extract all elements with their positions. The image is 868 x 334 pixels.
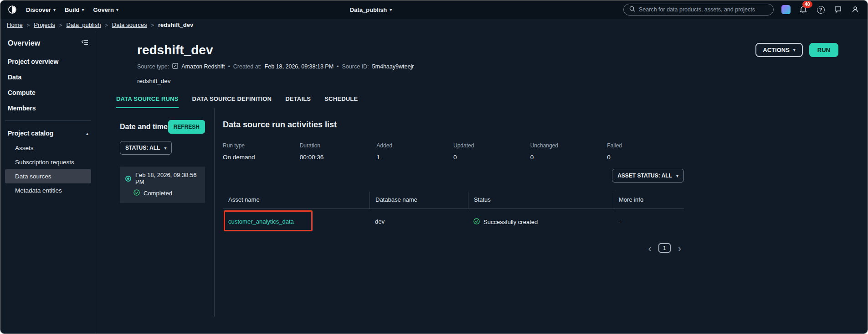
- run-button[interactable]: RUN: [809, 43, 838, 57]
- source-type-value: Amazon Redshift: [181, 63, 225, 70]
- stat-run-type: Run type On demand: [223, 142, 300, 161]
- previous-page-icon[interactable]: ‹: [648, 244, 651, 253]
- nav-menu-govern[interactable]: Govern ▾: [93, 6, 118, 13]
- sidebar-item-project-overview[interactable]: Project overview: [5, 54, 91, 69]
- tab-bar: DATA SOURCE RUNS DATA SOURCE DEFINITION …: [116, 95, 868, 108]
- nav-menu-build[interactable]: Build ▾: [65, 6, 84, 13]
- app-window: Discover ▾ Build ▾ Govern ▾ Data_publish…: [0, 0, 868, 334]
- asset-name-link[interactable]: customer_analytics_data: [228, 218, 294, 225]
- topnav-right-controls: 40 ?: [623, 4, 860, 16]
- asset-status-filter-dropdown[interactable]: ASSET STATUS: ALL ▾: [612, 169, 684, 183]
- column-header-status[interactable]: Status: [468, 192, 613, 209]
- breadcrumb-data-publish[interactable]: Data_publish: [67, 21, 101, 28]
- sidebar-divider: [5, 120, 91, 121]
- breadcrumb-separator: >: [59, 22, 62, 28]
- sidebar-section-project-catalog[interactable]: Project catalog ▴: [5, 125, 91, 141]
- breadcrumb-current: redshift_dev: [158, 21, 193, 28]
- tab-data-source-definition[interactable]: DATA SOURCE DEFINITION: [192, 95, 272, 108]
- caret-down-icon: ▾: [164, 146, 166, 151]
- stat-unchanged: Unchanged 0: [530, 142, 607, 161]
- status-filter-dropdown[interactable]: STATUS: ALL ▾: [120, 141, 172, 155]
- breadcrumb-separator: >: [105, 22, 108, 28]
- breadcrumb: Home > Projects > Data_publish > Data so…: [0, 19, 868, 31]
- column-header-more-info[interactable]: More info: [613, 192, 684, 209]
- nav-menu-discover[interactable]: Discover ▾: [26, 6, 56, 13]
- source-id-value: 5m4haay9wteejr: [372, 63, 414, 70]
- app-logo-icon[interactable]: [8, 5, 17, 14]
- redshift-icon: [172, 63, 178, 70]
- run-status-text: Completed: [144, 190, 172, 197]
- user-profile-icon[interactable]: [850, 5, 860, 15]
- sidebar-item-data[interactable]: Data: [5, 69, 91, 85]
- breadcrumb-projects[interactable]: Projects: [34, 21, 55, 28]
- sidebar-item-members[interactable]: Members: [5, 100, 91, 116]
- refresh-button[interactable]: REFRESH: [168, 120, 205, 134]
- page-number[interactable]: 1: [658, 243, 671, 253]
- activities-title: Data source run activities list: [223, 120, 684, 130]
- stat-updated: Updated 0: [453, 142, 530, 161]
- success-check-icon: [473, 218, 480, 226]
- actions-button[interactable]: ACTIONS ▾: [755, 43, 803, 57]
- runs-panel: Date and time REFRESH STATUS: ALL ▾ Feb …: [96, 108, 215, 317]
- breadcrumb-data-sources[interactable]: Data sources: [112, 21, 147, 28]
- more-info-cell: -: [613, 209, 684, 235]
- table-header-row: Asset name Database name Status More inf…: [223, 192, 684, 209]
- page-title: redshift_dev: [137, 43, 213, 57]
- notification-badge: 40: [802, 1, 812, 8]
- column-header-asset-name[interactable]: Asset name: [223, 192, 370, 209]
- main-content: redshift_dev ACTIONS ▾ RUN Source type: …: [96, 31, 868, 334]
- caret-down-icon: ▾: [676, 173, 678, 178]
- help-icon[interactable]: ?: [816, 5, 826, 15]
- search-icon: [629, 5, 635, 14]
- feedback-chat-icon[interactable]: [833, 5, 843, 15]
- sidebar-item-compute[interactable]: Compute: [5, 85, 91, 100]
- run-stats: Run type On demand Duration 00:00:36 Add…: [223, 142, 684, 161]
- notifications-bell-icon[interactable]: 40: [798, 5, 808, 15]
- runs-panel-title: Date and time: [120, 123, 168, 131]
- table-row: customer_analytics_data dev Successfully…: [223, 209, 684, 235]
- chevron-up-icon: ▴: [86, 131, 88, 136]
- column-header-database-name[interactable]: Database name: [370, 192, 468, 209]
- database-name-cell: dev: [370, 209, 468, 235]
- source-type-label: Source type:: [137, 63, 169, 70]
- global-search[interactable]: [623, 4, 774, 16]
- top-navigation: Discover ▾ Build ▾ Govern ▾ Data_publish…: [0, 0, 868, 19]
- stat-failed: Failed 0: [607, 142, 684, 161]
- sidebar: Overview Project overview Data Compute M…: [0, 31, 96, 334]
- caret-down-icon: ▾: [116, 7, 118, 12]
- source-meta: Source type: Amazon Redshift • Created a…: [137, 63, 868, 70]
- run-timestamp: Feb 18, 2026, 09:38:56 PM: [135, 172, 200, 185]
- tab-details[interactable]: DETAILS: [285, 95, 311, 108]
- collapse-panel-icon[interactable]: [81, 39, 88, 47]
- breadcrumb-separator: >: [151, 22, 154, 28]
- tab-data-source-runs[interactable]: DATA SOURCE RUNS: [116, 95, 179, 108]
- activities-table: Asset name Database name Status More inf…: [223, 192, 684, 235]
- stat-added: Added 1: [376, 142, 453, 161]
- sidebar-item-data-sources[interactable]: Data sources: [5, 169, 91, 183]
- radio-selected-icon[interactable]: [125, 176, 131, 182]
- sidebar-item-subscription-requests[interactable]: Subscription requests: [5, 155, 91, 169]
- caret-down-icon: ▾: [53, 7, 56, 12]
- stat-duration: Duration 00:00:36: [300, 142, 377, 161]
- next-page-icon[interactable]: ›: [678, 244, 681, 253]
- search-input[interactable]: [639, 6, 768, 13]
- source-description: redshift_dev: [137, 78, 868, 84]
- status-cell: Successfully created: [468, 209, 613, 235]
- caret-down-icon: ▾: [82, 7, 84, 12]
- caret-down-icon: ▾: [793, 47, 796, 52]
- sidebar-title: Overview: [8, 39, 40, 47]
- breadcrumb-separator: >: [27, 22, 30, 28]
- run-list-item[interactable]: Feb 18, 2026, 09:38:56 PM Completed: [120, 167, 205, 203]
- created-at-label: Created at:: [233, 63, 262, 70]
- activities-section: Data source run activities list Run type…: [215, 108, 684, 317]
- success-check-icon: [134, 189, 140, 197]
- tab-schedule[interactable]: SCHEDULE: [324, 95, 358, 108]
- sidebar-item-metadata-entities[interactable]: Metadata entities: [5, 183, 91, 198]
- sidebar-item-assets[interactable]: Assets: [5, 141, 91, 155]
- caret-down-icon: ▾: [390, 7, 392, 12]
- source-id-label: Source ID:: [342, 63, 369, 70]
- created-at-value: Feb 18, 2026, 09:38:13 PM: [265, 63, 334, 70]
- amazon-q-icon[interactable]: [781, 5, 791, 15]
- breadcrumb-home[interactable]: Home: [7, 21, 23, 28]
- project-selector-dropdown[interactable]: Data_publish ▾: [350, 6, 392, 13]
